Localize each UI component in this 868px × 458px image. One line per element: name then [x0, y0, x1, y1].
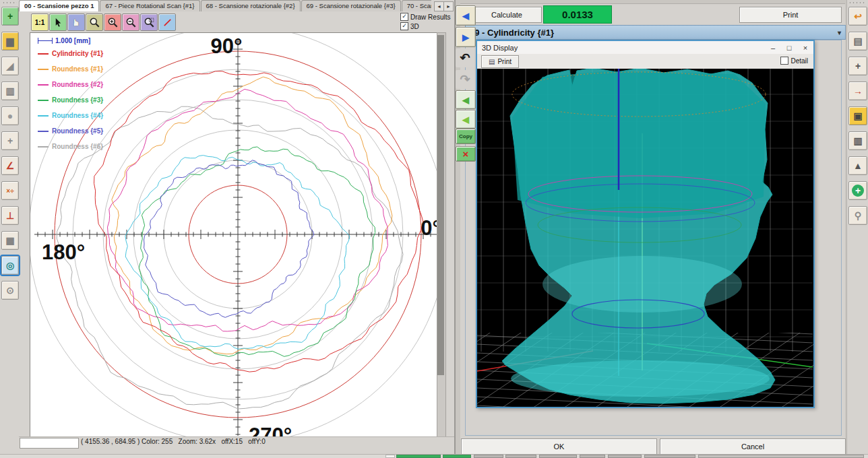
document-tab[interactable]: 67 - Piece Rotational Scan {#1} — [100, 0, 199, 11]
probe-setup-icon-glyph: + — [7, 11, 13, 22]
feature-selector-label: 79 - Cylindricity {#1} — [470, 28, 554, 38]
close-button[interactable]: × — [797, 42, 813, 53]
taskbar-segment[interactable] — [644, 455, 695, 458]
legend-swatch — [38, 69, 49, 70]
axis-align-icon[interactable]: + — [848, 57, 867, 75]
tab-scroll-left-button[interactable]: ◄ — [434, 1, 444, 11]
insert-result-after-button[interactable]: ◀ — [456, 110, 476, 129]
legend-label: Roundness {#3} — [52, 96, 103, 104]
magnifier-tool-button[interactable] — [86, 13, 103, 31]
tolerance-icon[interactable]: + — [848, 181, 867, 200]
maximize-button[interactable]: □ — [781, 42, 797, 53]
legend-label: Roundness {#5} — [52, 127, 103, 135]
return-icon[interactable]: ↩ — [848, 7, 867, 26]
taskbar-segment[interactable] — [474, 455, 503, 458]
calculate-button[interactable]: Calculate — [472, 7, 542, 23]
runout-measure-icon-glyph: ▦ — [5, 235, 14, 246]
sphere-feature-icon-glyph: ● — [7, 110, 13, 121]
document-tab[interactable]: 00 - Scansione pezzo 1 — [19, 0, 99, 11]
fixture-icon[interactable]: ▲ — [848, 156, 867, 175]
3d-checkbox[interactable]: ✓3D — [400, 22, 419, 30]
hand-icon: ☛ — [71, 18, 82, 26]
taskbar-segment[interactable] — [385, 455, 395, 458]
3d-viewport[interactable] — [477, 69, 813, 407]
runout-measure-icon[interactable]: ▦ — [1, 231, 19, 250]
draw-results-checkbox[interactable]: ✓Draw Results — [400, 13, 450, 21]
rail-grip[interactable] — [2, 1, 17, 4]
print-button[interactable]: Print — [739, 7, 842, 23]
probe-arm-icon[interactable]: → — [848, 81, 867, 100]
zoom-region-button[interactable] — [140, 13, 158, 31]
cone-feature-icon[interactable]: ◢ — [1, 57, 19, 75]
roundness-scan-icon[interactable]: ◎ — [1, 256, 19, 275]
taskbar-segment[interactable] — [539, 455, 577, 458]
taskbar-segment[interactable] — [505, 455, 536, 458]
legend-item: Roundness {#2} — [38, 77, 139, 92]
taskbar-segment[interactable] — [396, 455, 441, 458]
document-tab[interactable]: 70 - Scansione rotazionale {#4} — [402, 0, 431, 11]
svg-text:90°: 90° — [211, 34, 243, 58]
green-left-arrow2-icon: ◀ — [462, 115, 469, 125]
insert-result-before-button[interactable]: ◀ — [456, 90, 476, 109]
perpendicularity-icon[interactable]: ⊥ — [1, 206, 19, 225]
minimize-button[interactable]: – — [765, 42, 781, 53]
3d-print-button[interactable]: ▤ Print — [481, 55, 519, 68]
detail-checkbox-box[interactable] — [780, 57, 788, 65]
plot-scrollbar-thumb[interactable] — [437, 35, 444, 375]
tolerance-icon-circle: + — [852, 185, 864, 197]
save-icon[interactable]: ▣ — [848, 106, 867, 125]
copy-icon: Copy — [459, 133, 472, 139]
legend-swatch — [38, 146, 49, 148]
feature-selector-dropdown[interactable]: 79 - Cylindricity {#1} ▾ — [465, 25, 846, 40]
cursor-tool-button[interactable] — [49, 13, 67, 31]
status-text: ( 4155.36 , 684.95 ) Color: 255 Zoom: 3.… — [81, 438, 266, 445]
math-functions-icon[interactable]: ×÷ — [1, 181, 19, 200]
3d-checkbox-label: 3D — [410, 23, 419, 30]
taskbar-segment[interactable] — [698, 455, 864, 458]
tab-scroll-right-button[interactable]: ► — [443, 1, 454, 11]
3d-checkbox-box[interactable]: ✓ — [400, 22, 408, 30]
magnifier-icon — [89, 17, 100, 28]
printer-icon: ▤ — [489, 58, 495, 65]
result-value-box: 0.0133 — [543, 5, 612, 24]
report-icon-glyph: ▥ — [853, 135, 862, 146]
zoom-out-button[interactable] — [122, 13, 140, 31]
report-icon[interactable]: ▥ — [848, 131, 867, 150]
delete-result-button[interactable]: × — [456, 146, 476, 162]
taskbar-segment[interactable] — [608, 455, 642, 458]
probe-setup-icon[interactable]: + — [1, 7, 19, 26]
cylinder-scan-icon[interactable]: ▥ — [1, 81, 19, 100]
access-key-icon[interactable]: ⚲ — [848, 206, 867, 225]
pan-tool-button[interactable]: ☛ — [67, 13, 85, 31]
redo-arrow-icon: ↷ — [460, 72, 470, 87]
copy-result-button[interactable]: Copy — [456, 129, 476, 144]
workpiece-icon[interactable]: ▆ — [1, 32, 19, 51]
app-window: 00 - Scansione pezzo 167 - Piece Rotatio… — [0, 0, 868, 458]
cancel-button[interactable]: Cancel — [660, 438, 846, 455]
taskbar-segment[interactable] — [580, 455, 605, 458]
line-tool-button[interactable] — [158, 13, 176, 31]
3d-window-titlebar[interactable]: 3D Display – □ × — [477, 41, 813, 55]
ok-button[interactable]: OK — [461, 438, 657, 455]
redo-button[interactable]: ↷ — [456, 70, 474, 89]
blue-left-arrow-icon: ◀ — [462, 11, 469, 21]
document-tab[interactable]: 68 - Scansione rotazionale {#2} — [201, 0, 301, 11]
document-tab[interactable]: 69 - Scansione rotazionale {#3} — [301, 0, 401, 11]
3d-print-label: Print — [497, 58, 512, 65]
angle-measure-icon[interactable]: ∠ — [1, 156, 19, 175]
undo-button[interactable]: ↶ — [456, 48, 474, 67]
cross-feature-icon[interactable]: + — [1, 131, 19, 150]
zoom-in-button[interactable] — [104, 13, 121, 31]
detail-checkbox[interactable]: Detail — [780, 57, 808, 65]
printer-icon[interactable]: ▤ — [848, 32, 867, 51]
hex-nut-icon[interactable]: ⊙ — [1, 281, 19, 300]
draw-results-checkbox-box[interactable]: ✓ — [400, 13, 408, 21]
legend-swatch — [38, 53, 49, 55]
nav-back-button[interactable]: ◀ — [456, 5, 476, 26]
taskbar-segment[interactable] — [443, 455, 471, 458]
sphere-feature-icon[interactable]: ● — [1, 106, 19, 125]
rail-grip-right[interactable] — [848, 1, 866, 4]
actual-size-button[interactable]: 1:1 — [31, 13, 49, 31]
nav-forward-button[interactable]: ▶ — [456, 27, 476, 47]
3d-window-title: 3D Display — [482, 44, 518, 52]
